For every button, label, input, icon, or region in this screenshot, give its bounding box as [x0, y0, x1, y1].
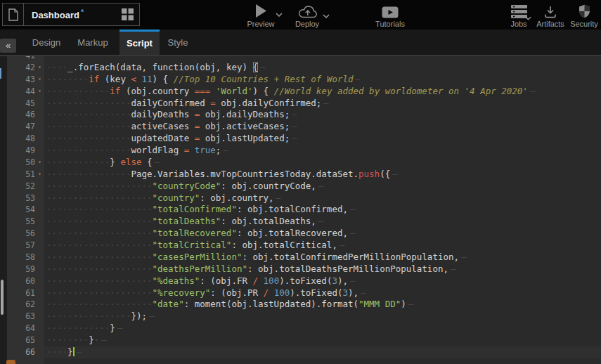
code-text[interactable]: ········if (key < 11) { //Top 10 Countri… — [44, 74, 601, 86]
gutter-cell: 55 — [7, 216, 44, 228]
fold-arrow-icon[interactable]: ▾ — [35, 169, 44, 181]
code-text[interactable]: ················dailyDeaths = obj.dailyD… — [44, 109, 601, 121]
code-line[interactable]: 48················updatedDate = obj.last… — [7, 133, 601, 145]
code-line[interactable]: 54····················"totalConfirmed": … — [7, 204, 601, 216]
code-text[interactable]: ····················"deathsPerMillion": … — [44, 264, 601, 275]
code-text[interactable]: ················}); — [44, 311, 601, 323]
gutter-cell: 65 — [7, 334, 44, 346]
page-selector[interactable]: Dashboard* — [2, 3, 140, 26]
code-text[interactable]: ········}· — [44, 334, 601, 346]
line-number: 50 — [7, 157, 35, 169]
code-text[interactable]: ················updatedDate = obj.lastUp… — [44, 133, 601, 145]
gutter-cell: 62 — [7, 299, 44, 311]
code-line[interactable]: 57····················"totalCritical": o… — [7, 240, 601, 252]
preview-button[interactable]: Preview — [245, 3, 276, 28]
code-line[interactable]: 49················worldFlag = true; — [7, 145, 601, 157]
script-editor[interactable]: 4142▾····_.forEach(data, function(obj, k… — [0, 55, 601, 364]
code-text[interactable]: ····················"country": obj.count… — [44, 193, 601, 204]
code-line[interactable]: 47················activeCases = obj.acti… — [7, 121, 601, 133]
unsaved-indicator: * — [81, 8, 84, 16]
code-text[interactable]: ····················"totalCritical": obj… — [44, 240, 601, 252]
collapse-panel-button[interactable]: « — [0, 39, 16, 53]
gutter-cell: 54 — [7, 204, 44, 216]
page-doc-button[interactable] — [3, 4, 24, 25]
code-text[interactable]: ····················"totalDeaths": obj.t… — [44, 216, 601, 228]
code-line[interactable]: 61····················"%recovery": (obj.… — [7, 287, 601, 299]
code-line[interactable]: 64············} — [7, 323, 601, 334]
code-text[interactable]: ····} — [44, 346, 601, 358]
code-text[interactable]: ····················"%deaths": (obj.FR /… — [44, 275, 601, 287]
tab-script[interactable]: Script — [119, 30, 160, 55]
code-text[interactable] — [44, 358, 601, 364]
code-line[interactable]: 52····················"countryCode": obj… — [7, 181, 601, 193]
code-text[interactable]: ····················"date": moment(obj.l… — [44, 299, 601, 311]
code-line[interactable]: 44▾············if (obj.country === 'Worl… — [7, 86, 601, 98]
fold-arrow-icon[interactable]: ▾ — [35, 74, 44, 86]
code-line[interactable]: 45················dailyConfirmed = obj.d… — [7, 98, 601, 110]
tutorials-button[interactable]: Tutorials — [373, 3, 408, 28]
code-text[interactable]: ················worldFlag = true; — [44, 145, 601, 157]
code-text[interactable]: ················activeCases = obj.active… — [44, 121, 601, 133]
line-number: 43 — [7, 74, 35, 86]
document-icon — [8, 8, 18, 21]
code-line[interactable]: 60····················"%deaths": (obj.FR… — [7, 275, 601, 287]
code-line[interactable]: 53····················"country": obj.cou… — [7, 193, 601, 204]
code-line[interactable]: 58····················"casesPerMillion":… — [7, 252, 601, 264]
fold-arrow-icon[interactable]: ▾ — [35, 157, 44, 169]
gutter-cell: 53 — [7, 193, 44, 204]
code-line[interactable]: 59····················"deathsPerMillion"… — [7, 264, 601, 275]
code-text[interactable]: ················dailyConfirmed = obj.dai… — [44, 98, 601, 110]
code-text[interactable]: ····················"totalRecovered": ob… — [44, 228, 601, 240]
code-text[interactable]: ····················"totalConfirmed": ob… — [44, 204, 601, 216]
code-text[interactable]: ····_.forEach(data, function(obj, key) { — [44, 62, 601, 74]
gutter-cell: 49 — [7, 145, 44, 157]
code-line[interactable] — [7, 358, 601, 364]
code-line[interactable]: 50▾············} else { — [7, 157, 601, 169]
code-line[interactable]: 56····················"totalRecovered": … — [7, 228, 601, 240]
code-text[interactable]: ············if (obj.country === 'World')… — [44, 86, 601, 98]
code-line[interactable]: 51▾················Page.Variables.mvTopC… — [7, 169, 601, 181]
line-number: 47 — [7, 121, 35, 133]
security-button[interactable]: Security — [569, 3, 600, 28]
gutter-cell: 59 — [7, 264, 44, 275]
gutter-cell: 41 — [7, 55, 44, 62]
code-text[interactable]: ····················"countryCode": obj.c… — [44, 181, 601, 193]
wavemaker-studio-window: Dashboard* Preview — [0, 0, 601, 364]
left-rail — [0, 56, 7, 364]
deploy-label: Deploy — [295, 20, 319, 28]
code-line[interactable]: 41 — [7, 55, 601, 62]
tab-markup[interactable]: Markup — [70, 30, 115, 55]
preview-dropdown-chevron-icon[interactable] — [276, 13, 283, 17]
rail-scrollbar-thumb[interactable] — [1, 280, 4, 315]
code-text[interactable]: ················Page.Variables.mvTopCoun… — [44, 169, 601, 181]
code-text[interactable]: ············} — [44, 323, 601, 334]
line-number: 48 — [7, 133, 35, 145]
code-text[interactable]: ····················"%recovery": (obj.PR… — [44, 287, 601, 299]
code-line[interactable]: 46················dailyDeaths = obj.dail… — [7, 109, 601, 121]
jobs-button[interactable]: Jobs — [508, 3, 530, 28]
pages-grid-button[interactable] — [118, 8, 136, 20]
fold-arrow-icon[interactable]: ▾ — [35, 62, 44, 74]
deploy-dropdown-chevron-icon[interactable] — [323, 14, 330, 18]
code-line[interactable]: 66····} — [7, 346, 601, 358]
artifacts-button[interactable]: Artifacts — [534, 3, 567, 28]
code-line[interactable]: 42▾····_.forEach(data, function(obj, key… — [7, 62, 601, 74]
jobs-dropdown-chevron-icon[interactable] — [525, 16, 531, 20]
tab-style[interactable]: Style — [162, 30, 194, 55]
code-line[interactable]: 65········}· — [7, 334, 601, 346]
tab-design[interactable]: Design — [25, 30, 67, 55]
fold-arrow-icon[interactable]: ▾ — [35, 86, 44, 98]
line-number: 55 — [7, 216, 35, 228]
code-text[interactable]: ············} else { — [44, 157, 601, 169]
gutter-cell: 44▾ — [7, 86, 44, 98]
code-line[interactable]: 43▾········if (key < 11) { //Top 10 Coun… — [7, 74, 601, 86]
gutter-cell: 57 — [7, 240, 44, 252]
code-line[interactable]: 62····················"date": moment(obj… — [7, 299, 601, 311]
code-line[interactable]: 63················}); — [7, 311, 601, 323]
deploy-button[interactable]: Deploy — [291, 3, 323, 28]
code-text[interactable]: ····················"casesPerMillion": o… — [44, 252, 601, 264]
code-line[interactable]: 55····················"totalDeaths": obj… — [7, 216, 601, 228]
code-text[interactable] — [44, 55, 601, 62]
line-number: 49 — [7, 145, 35, 157]
code-area[interactable]: 4142▾····_.forEach(data, function(obj, k… — [7, 55, 601, 364]
